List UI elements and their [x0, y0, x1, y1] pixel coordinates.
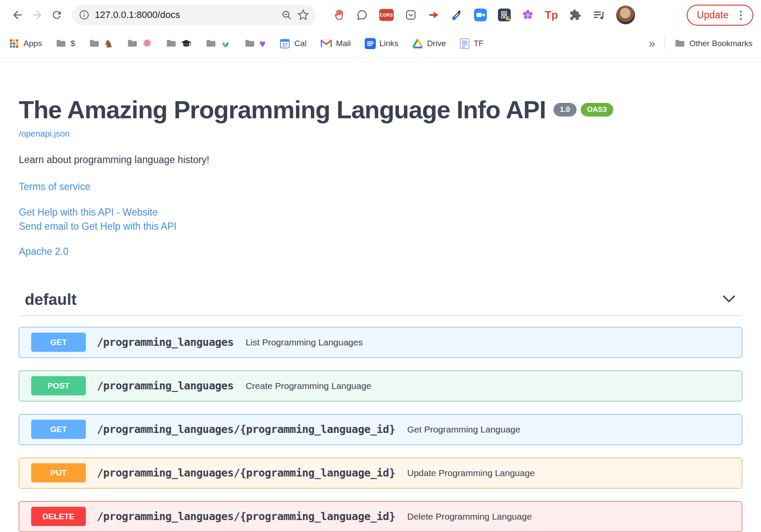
oas3-badge: OAS3	[581, 103, 613, 117]
extensions-menu-button[interactable]	[569, 8, 581, 22]
browser-toolbar: 127.0.0.1:8000/docs CORS	[0, 0, 761, 30]
update-label: Update	[697, 9, 729, 21]
gmail-icon	[320, 39, 332, 48]
media-queue-icon	[592, 9, 605, 21]
save-chevron-icon	[405, 9, 417, 21]
page-title: The Amazing Programming Language Info AP…	[19, 97, 546, 123]
color-picker-extension[interactable]	[451, 8, 463, 22]
apps-grid-icon	[9, 38, 20, 49]
bookmark-label: Apps	[23, 39, 42, 48]
website-link[interactable]: Get Help with this API - Website	[19, 205, 742, 219]
endpoint-path: /programming_languages/{programming_lang…	[97, 423, 395, 436]
bookmark-folder-finance[interactable]: $	[56, 38, 75, 49]
browser-menu-icon[interactable]: ⋮	[735, 9, 746, 20]
method-badge: POST	[31, 376, 86, 395]
chat-bubble-extension[interactable]	[356, 8, 368, 22]
bookmarks-overflow-chevron[interactable]: »	[649, 37, 655, 50]
bookmark-folder-plants[interactable]	[205, 38, 231, 49]
save-pocket-extension[interactable]	[405, 8, 417, 22]
chevron-down-icon	[723, 295, 735, 303]
folder-icon	[127, 38, 138, 49]
email-link[interactable]: Send email to Get Help with this API	[19, 219, 742, 234]
collapse-section-button[interactable]	[721, 293, 737, 306]
other-bookmarks-label: Other Bookmarks	[689, 39, 752, 48]
reload-button[interactable]	[47, 5, 67, 25]
reload-icon	[51, 9, 63, 21]
endpoint-summary: Delete Programming Language	[407, 512, 532, 522]
site-info-icon[interactable]	[79, 9, 90, 20]
tf-doc-icon	[460, 38, 470, 49]
stop-hand-icon	[333, 9, 345, 21]
bookmark-label: Cal	[294, 39, 307, 48]
bookmark-folder-school[interactable]	[166, 38, 192, 49]
folder-icon	[244, 38, 255, 49]
endpoint-summary: Create Programming Language	[246, 381, 371, 391]
herb-icon	[220, 38, 231, 49]
bookmark-folder-favorites[interactable]: ♥	[244, 38, 266, 49]
api-info: The Amazing Programming Language Info AP…	[19, 58, 742, 257]
bookmark-label: Mail	[336, 39, 351, 48]
stop-hand-extension[interactable]	[333, 8, 345, 22]
purple-flower-extension[interactable]	[522, 8, 534, 22]
method-badge: DELETE	[31, 507, 86, 526]
api-docs-page: The Amazing Programming Language Info AP…	[0, 58, 761, 532]
endpoint-summary: List Programming Languages	[246, 337, 363, 348]
atom-warning-extension[interactable]	[498, 8, 511, 22]
brain-icon	[142, 38, 152, 49]
back-button[interactable]	[8, 5, 27, 25]
endpoint-row[interactable]: DELETE /programming_languages/{programmi…	[19, 501, 742, 532]
bookmarks-separator	[664, 37, 665, 50]
openapi-json-link[interactable]: /openapi.json	[19, 129, 70, 139]
cors-extension[interactable]: CORS	[379, 8, 394, 22]
terms-of-service-link[interactable]: Terms of service	[19, 181, 90, 193]
endpoint-path: /programming_languages/{programming_lang…	[97, 510, 395, 523]
video-camera-extension[interactable]	[474, 8, 487, 22]
graduation-cap-icon	[181, 38, 192, 49]
version-badge: 1.0	[553, 103, 577, 117]
bookmark-gmail[interactable]: Mail	[320, 39, 351, 48]
endpoint-summary: Update Programming Language	[407, 468, 535, 478]
purple-flower-icon	[522, 9, 534, 21]
endpoint-row[interactable]: GET /programming_languages/{programming_…	[19, 414, 742, 445]
redirect-arrow-extension[interactable]	[428, 8, 440, 22]
browser-window: 127.0.0.1:8000/docs CORS	[0, 0, 761, 532]
puzzle-icon	[569, 9, 581, 21]
bookmark-label: Links	[380, 39, 398, 48]
back-arrow-icon	[11, 9, 24, 21]
bookmark-label: $	[70, 39, 75, 48]
bookmark-drive[interactable]: Drive	[412, 38, 446, 49]
bookmark-tf[interactable]: TF	[460, 38, 483, 49]
endpoint-path: /programming_languages/{programming_lang…	[97, 467, 395, 479]
text-expander-extension[interactable]: Tp	[545, 8, 558, 22]
other-bookmarks[interactable]: Other Bookmarks	[674, 38, 752, 49]
endpoint-row[interactable]: PUT /programming_languages/{programming_…	[19, 458, 742, 488]
address-bar[interactable]: 127.0.0.1:8000/docs	[72, 5, 316, 25]
endpoint-row[interactable]: POST /programming_languages Create Progr…	[19, 371, 742, 401]
folder-icon	[166, 38, 177, 49]
section-header-default[interactable]: default	[19, 291, 742, 316]
license-link[interactable]: Apache 2.0	[19, 246, 68, 257]
bookmark-folder-horse[interactable]: ♞	[89, 38, 113, 49]
method-badge: GET	[31, 333, 86, 352]
update-button[interactable]: Update ⋮	[687, 5, 753, 26]
bookmark-apps[interactable]: Apps	[9, 38, 42, 49]
zoom-icon[interactable]	[281, 9, 292, 20]
redirect-arrow-icon	[428, 9, 440, 21]
bookmark-links[interactable]: Links	[365, 38, 398, 49]
method-badge: GET	[31, 420, 86, 439]
url-text: 127.0.0.1:8000/docs	[95, 9, 276, 20]
bookmark-calendar[interactable]: 27 Cal	[279, 38, 307, 49]
forward-button[interactable]	[27, 5, 47, 25]
bookmark-star-icon[interactable]	[297, 9, 309, 21]
cors-icon: CORS	[379, 9, 394, 21]
chat-bubble-icon	[356, 9, 368, 21]
bookmark-folder-brain[interactable]	[127, 38, 152, 49]
endpoint-summary: Get Programming Language	[407, 424, 520, 435]
badges: 1.0 OAS3	[553, 103, 613, 117]
folder-icon	[205, 38, 217, 49]
endpoint-path: /programming_languages	[97, 380, 234, 392]
text-expander-icon: Tp	[545, 10, 558, 20]
profile-avatar[interactable]	[616, 6, 635, 24]
endpoint-row[interactable]: GET /programming_languages List Programm…	[19, 327, 742, 358]
media-queue-extension[interactable]	[592, 8, 605, 22]
